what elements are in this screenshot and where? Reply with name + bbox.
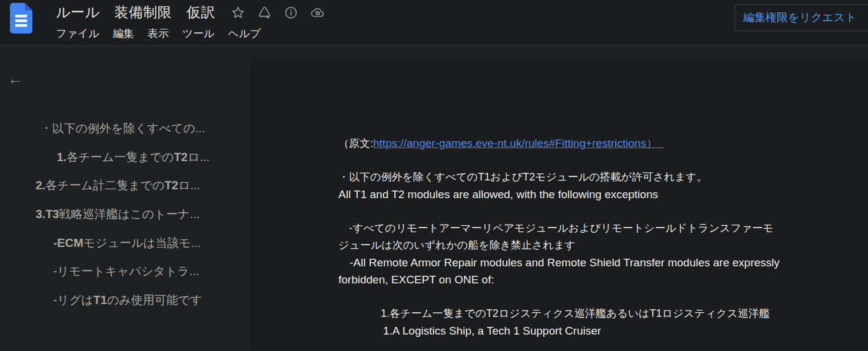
- document-text: （原文:https://anger-games.eve-nt.uk/rules#…: [338, 135, 856, 339]
- outline-item-label: -リグは: [53, 293, 93, 306]
- doc-text: forbidden, EXCEPT on ONE of:: [338, 273, 494, 286]
- outline-item-label: 各チーム一隻までの: [66, 151, 174, 163]
- doc-line: All T1 and T2 modules are allowed, with …: [338, 186, 856, 203]
- outline-item-label: ロ...: [178, 179, 200, 192]
- title-row: ルール 装備制限 仮訳: [56, 0, 337, 25]
- google-docs-icon[interactable]: [10, 3, 32, 34]
- add-to-drive-icon[interactable]: [257, 5, 272, 20]
- outline-item-label: T2: [174, 151, 187, 163]
- doc-blank-line: [338, 288, 856, 305]
- topbar: ルール 装備制限 仮訳: [0, 0, 868, 46]
- doc-text: -すべてのリモートアーマーリペアモジュールおよびリモートシールドトランスファーモ: [338, 222, 774, 234]
- menu-bar: ファイル 編集 表示 ツール ヘルプ: [56, 26, 337, 41]
- doc-text: 1.各チーム一隻までのT2ロジスティクス巡洋艦あるいはT1ロジスティクス巡洋艦: [338, 307, 770, 319]
- source-url-link[interactable]: https://anger-games.eve-nt.uk/rules#Fitt…: [373, 137, 664, 149]
- outline-sidebar: ← ・以下の例外を除くすべての... 1.各チーム一隻までのT2ロ... 2.各…: [0, 47, 253, 351]
- request-edit-access-button[interactable]: 編集権限をリクエスト: [734, 4, 868, 31]
- doc-line: 1.A Logistics Ship, a Tech 1 Support Cru…: [338, 322, 856, 339]
- outline-item-label: 3.T3: [35, 208, 59, 220]
- document-details-icon[interactable]: [284, 5, 299, 20]
- doc-text: ・以下の例外を除くすべてのT1およびT2モジュールの搭載が許可されます。: [338, 171, 707, 183]
- outline-item[interactable]: -リグはT1のみ使用可能です: [27, 279, 202, 322]
- close-outline-back-arrow-icon[interactable]: ←: [6, 69, 25, 88]
- outline-item-label: モジュールは当該モ...: [84, 236, 201, 249]
- outline-item-label: のみ使用可能です: [107, 293, 202, 306]
- menu-edit[interactable]: 編集: [113, 26, 134, 41]
- doc-line-source-reference: （原文:https://anger-games.eve-nt.uk/rules#…: [338, 135, 856, 152]
- doc-text: （原文:: [338, 138, 373, 149]
- doc-line: -All Remote Armor Repair modules and Rem…: [338, 254, 856, 271]
- doc-text: ジュールは次のいずれかの船を除き禁止されます: [338, 239, 576, 251]
- cloud-saved-icon[interactable]: [310, 5, 325, 20]
- menu-view[interactable]: 表示: [148, 26, 169, 41]
- topbar-main: ルール 装備制限 仮訳: [56, 0, 337, 41]
- outline-item-label: T2: [164, 179, 178, 192]
- outline-item-label: -リモートキャパシタトラ...: [53, 265, 199, 278]
- outline-item-label: 戦略巡洋艦はこのトーナ...: [59, 208, 199, 220]
- doc-line: forbidden, EXCEPT on ONE of:: [338, 271, 856, 288]
- doc-text: All T1 and T2 modules are allowed, with …: [338, 188, 658, 200]
- menu-file[interactable]: ファイル: [56, 26, 99, 41]
- doc-text: 1.A Logistics Ship, a Tech 1 Support Cru…: [338, 325, 601, 337]
- google-docs-icon-svg: [10, 3, 32, 34]
- outline-item-label: 2.: [35, 179, 45, 192]
- outline-item-label: T1: [94, 293, 107, 306]
- doc-line: ジュールは次のいずれかの船を除き禁止されます: [338, 237, 856, 254]
- google-docs-window: ルール 装備制限 仮訳: [0, 0, 868, 351]
- doc-text: -All Remote Armor Repair modules and Rem…: [338, 256, 780, 269]
- document-title[interactable]: ルール 装備制限 仮訳: [56, 3, 215, 22]
- star-icon[interactable]: [231, 5, 246, 20]
- menu-help[interactable]: ヘルプ: [228, 26, 261, 41]
- outline-item-label: 各チーム計二隻までの: [45, 179, 164, 192]
- outline-item-label: -ECM: [53, 236, 83, 249]
- workspace: ← ・以下の例外を除くすべての... 1.各チーム一隻までのT2ロ... 2.各…: [0, 47, 868, 351]
- outline-item-label: ロ...: [188, 151, 209, 163]
- doc-line: -すべてのリモートアーマーリペアモジュールおよびリモートシールドトランスファーモ: [338, 220, 856, 237]
- outline-item-label: 1.: [56, 151, 66, 163]
- outline-item-label: ・以下の例外を除くすべての...: [40, 122, 205, 135]
- doc-line: 1.各チーム一隻までのT2ロジスティクス巡洋艦あるいはT1ロジスティクス巡洋艦: [338, 305, 856, 322]
- menu-tools[interactable]: ツール: [182, 26, 215, 41]
- doc-line: ・以下の例外を除くすべてのT1およびT2モジュールの搭載が許可されます。: [338, 169, 856, 186]
- doc-blank-line: [338, 203, 856, 220]
- doc-blank-line: [338, 152, 856, 169]
- document-page[interactable]: （原文:https://anger-games.eve-nt.uk/rules#…: [253, 61, 868, 351]
